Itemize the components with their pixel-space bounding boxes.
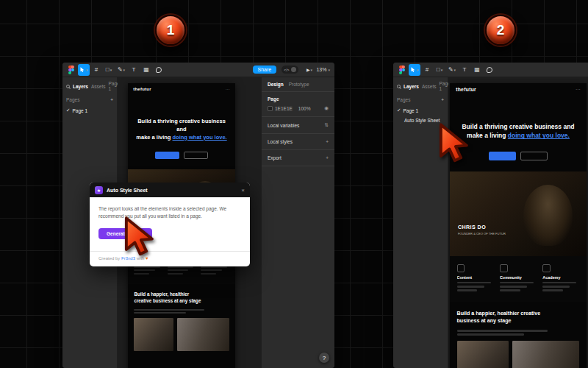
resources-tool-button[interactable]: ▦ [472,64,483,76]
move-cursor-icon [79,66,85,74]
site-cta-secondary [184,152,208,159]
export-label: Export [268,155,282,160]
local-styles-row[interactable]: Local styles + [262,134,334,150]
local-variables-row[interactable]: Local variables ⇅ [262,117,334,134]
figma-toolbar: ▾ # □ ▾ ✎ ▾ T ▦ Share [62,63,334,77]
plugin-modal-title: Auto Style Sheet [107,188,237,193]
comment-tool-button[interactable] [484,64,495,76]
canvas[interactable]: thefutur ··· Build a thriving creative b… [448,77,588,368]
add-page-button[interactable]: + [441,97,444,102]
site-column: Academy [542,264,579,293]
plugin-modal-body: The report looks all the elements inside… [90,197,250,222]
chevron-down-icon: ▾ [86,68,88,72]
figma-menu-icon[interactable] [396,64,407,76]
hero-line-1: Build a thriving creative business and [462,123,574,130]
text-tool-button[interactable]: T [459,64,470,76]
comment-bubble-icon [487,67,492,73]
pages-header: Pages [66,97,79,102]
frame-tool-button[interactable]: # [422,64,433,76]
search-icon[interactable] [66,85,70,88]
pen-icon: ✎ [448,66,453,73]
figma-window-1: ▾ # □ ▾ ✎ ▾ T ▦ Share [62,63,334,368]
close-icon[interactable]: × [241,187,245,194]
add-style-icon[interactable]: + [326,139,329,144]
site-cta-secondary [520,152,548,160]
chevron-down-icon: ▾ [311,68,313,72]
frame-tool-button[interactable]: # [91,64,102,76]
move-tool-button[interactable]: ▾ [78,64,90,76]
step-number: 2 [497,22,505,38]
chevron-down-icon: ▾ [328,68,330,72]
page-item-page-1[interactable]: ✓ Page 1 [62,105,117,116]
step-badge-1: 1 [155,15,186,46]
rectangle-icon: □ [437,66,440,73]
tab-layers[interactable]: Layers [73,84,88,89]
tab-assets[interactable]: Assets [91,84,106,89]
chevron-down-icon: ▾ [454,68,456,72]
shape-tool-button[interactable]: □ ▾ [104,64,115,76]
column-icon [500,264,508,272]
add-page-button[interactable]: + [110,97,113,102]
toggle-knob [291,67,296,72]
tab-design[interactable]: Design [268,82,284,87]
plugin-icon: ★ [95,186,103,194]
properties-panel: Design Prototype Page 1E1E1E 100% ◉ Loca… [261,77,334,368]
search-icon[interactable] [397,85,401,88]
page-item-page-1[interactable]: ✓ Page 1 [393,105,448,116]
plugin-credit: Created by Fr3nd3 with ♥ [90,251,250,266]
local-variables-label: Local variables [268,123,299,128]
site-cta-primary [155,152,179,159]
page-color-value[interactable]: 1E1E1E [275,106,293,111]
add-export-icon[interactable]: + [326,155,329,160]
check-icon: ✓ [66,107,70,113]
export-row[interactable]: Export + [262,150,334,166]
person-title: FOUNDER & CEO OF THE FUTUR [458,232,506,236]
chevron-down-icon: ▾ [441,68,443,72]
tab-assets[interactable]: Assets [422,84,437,89]
text-icon: T [463,66,467,73]
move-cursor-icon [410,66,416,74]
tab-layers[interactable]: Layers [404,84,419,89]
page-section-header: Page [268,96,329,102]
shape-tool-button[interactable]: □ ▾ [434,64,445,76]
mid-heading: Build a happier, healthier creative busi… [457,311,545,325]
figma-menu-icon[interactable] [65,64,76,76]
help-button[interactable]: ? [319,353,329,363]
column-label: Community [500,275,537,280]
share-button[interactable]: Share [253,66,277,74]
page-color-swatch[interactable] [268,106,273,111]
text-tool-button[interactable]: T [129,64,140,76]
pen-tool-button[interactable]: ✎ ▾ [447,64,458,76]
tab-prototype[interactable]: Prototype [289,82,309,87]
page-item-label: Page 1 [72,108,87,113]
chevron-down-icon: ▾ [110,68,112,72]
zoom-menu[interactable]: 13% ▾ [316,67,330,72]
step-number: 1 [167,22,175,38]
visibility-eye-icon[interactable]: ◉ [324,105,329,111]
step-badge-2: 2 [485,15,516,46]
frame-icon: # [95,66,98,73]
dev-mode-toggle[interactable]: </> [282,66,298,74]
figma-main-area: Layers Assets Page 1 Pages + ✓ Page 1 th… [62,77,334,368]
present-button[interactable]: ▶ ▾ [304,64,315,76]
grid-icon: ▦ [474,66,480,73]
resources-tool-button[interactable]: ▦ [141,64,152,76]
chevron-down-icon: ▾ [123,68,126,72]
pen-tool-button[interactable]: ✎ ▾ [116,64,127,76]
hero-line-1: Build a thriving creative business and [137,118,226,132]
tutorial-stage: 1 2 ▾ # [0,0,588,368]
column-icon [542,264,551,272]
site-photo-2 [512,341,579,368]
page-opacity-value[interactable]: 100% [298,106,311,111]
site-photo-2 [177,318,229,351]
site-menu-icon: ··· [576,87,581,92]
tutorial-cursor-2 [433,123,476,166]
frame-icon: # [426,66,429,73]
move-tool-button[interactable]: ▾ [409,64,420,76]
site-logo: thefutur [133,87,151,91]
person-name: CHRIS DO [458,224,506,230]
comment-tool-button[interactable] [154,64,165,76]
grid-icon: ▦ [143,66,149,73]
pages-header: Pages [397,97,410,102]
hero-link: doing what you love. [508,132,570,139]
